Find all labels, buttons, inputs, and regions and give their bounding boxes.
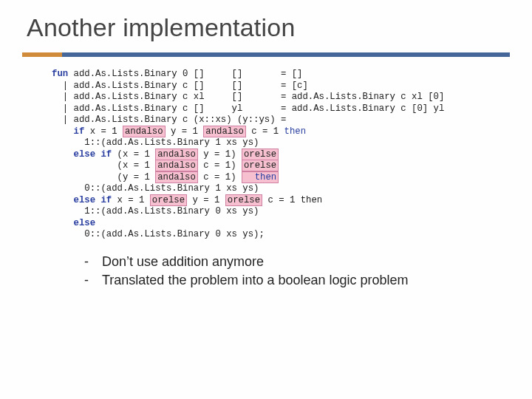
code-text: y = 1) [198,149,242,160]
code-text: (x = 1 [52,160,155,171]
slide: Another implementation fun add.As.Lists.… [0,0,532,399]
divider-accent [22,52,62,57]
slide-title: Another implementation [27,13,510,42]
code-line-10: (y = 1 andalso c = 1) then [52,172,502,184]
bullet-item: - Translated the problem into a boolean … [81,273,510,288]
code-line-4: | add.As.Lists.Binary c [] yl = add.As.L… [52,103,502,115]
keyword-else: else [52,218,95,228]
code-block: fun add.As.Lists.Binary 0 [] [] = [] | a… [0,57,532,241]
code-line-14: else [52,218,502,230]
code-text: c = 1 then [262,195,322,205]
highlight-andalso: andalso [155,160,198,171]
keyword-fun: fun [52,69,68,79]
code-line-7: 1::(add.As.Lists.Binary 1 xs ys) [52,137,502,149]
highlight-orelse: orelse [242,149,279,160]
highlight-orelse: orelse [242,160,279,171]
code-line-15: 0::(add.As.Lists.Binary 0 xs ys); [52,229,502,241]
highlight-andalso: andalso [155,149,198,160]
bullet-dash: - [81,254,89,270]
divider-bar [22,52,510,57]
code-text: x = 1 [84,126,123,137]
code-text: (y = 1 [52,172,155,183]
code-line-11: 0::(add.As.Lists.Binary 1 xs ys) [52,183,502,195]
keyword-elseif: else if [52,195,112,205]
bullet-list: - Don’t use addition anymore - Translate… [0,241,532,288]
highlight-andalso: andalso [155,171,198,183]
code-line-1: fun add.As.Lists.Binary 0 [] [] = [] [52,69,502,81]
code-text: c = 1) [198,172,242,183]
highlight-orelse: orelse [150,194,187,206]
bullet-text: Translated the problem into a boolean lo… [102,273,409,288]
code-line-2: | add.As.Lists.Binary c [] [] = [c] [52,81,502,92]
keyword-if: if [52,126,84,137]
keyword-elseif: else if [52,149,112,160]
code-line-9: (x = 1 andalso c = 1) orelse [52,160,502,172]
code-text: c = 1 [246,126,284,137]
highlight-andalso: andalso [123,126,166,137]
code-text: y = 1 [187,195,225,205]
title-area: Another implementation [0,0,532,47]
highlight-then: then [242,171,279,183]
highlight-andalso: andalso [203,126,246,137]
code-text: y = 1 [166,126,204,137]
code-line-12: else if x = 1 orelse y = 1 orelse c = 1 … [52,195,502,207]
bullet-item: - Don’t use addition anymore [81,254,510,270]
code-text: x = 1 [112,195,150,205]
code-text: (x = 1 [112,149,155,160]
code-line-8: else if (x = 1 andalso y = 1) orelse [52,149,502,161]
code-text: c = 1) [198,160,242,171]
bullet-text: Don’t use addition anymore [102,254,264,270]
code-line-6: if x = 1 andalso y = 1 andalso c = 1 the… [52,126,502,138]
code-line-5: | add.As.Lists.Binary c (x::xs) (y::ys) … [52,115,502,126]
highlight-orelse: orelse [225,194,262,206]
code-text: add.As.Lists.Binary 0 [] [] = [] [68,69,302,79]
code-line-3: | add.As.Lists.Binary c xl [] = add.As.L… [52,92,502,103]
bullet-dash: - [81,273,89,288]
code-line-13: 1::(add.As.Lists.Binary 0 xs ys) [52,206,502,218]
keyword-then: then [284,126,307,137]
